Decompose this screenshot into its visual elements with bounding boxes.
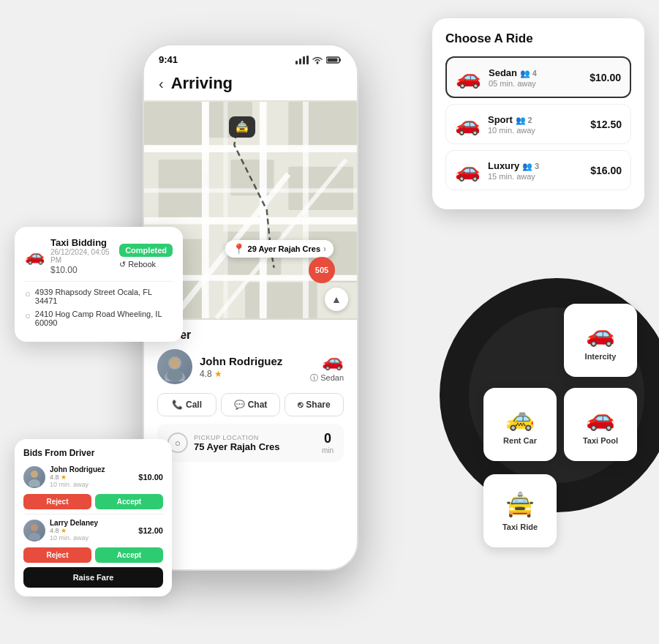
svg-rect-28 bbox=[303, 102, 309, 318]
car-type: ⓘ Sedan bbox=[310, 372, 344, 383]
service-row-2: 🚕 Rent Car 🚗 Taxi Pool bbox=[483, 388, 637, 461]
svg-point-33 bbox=[167, 370, 183, 381]
raise-fare-button[interactable]: Raise Fare bbox=[23, 567, 163, 588]
svg-rect-0 bbox=[295, 61, 298, 64]
accept-button-2[interactable]: Accept bbox=[95, 547, 163, 563]
time-display: 9:41 bbox=[159, 54, 178, 65]
rebook-icon: ↺ bbox=[119, 260, 126, 269]
bids-title: Bids From Driver bbox=[23, 448, 163, 458]
rent-car-card[interactable]: 🚕 Rent Car bbox=[483, 388, 557, 461]
taxi-pool-icon: 🚗 bbox=[586, 404, 615, 432]
driver-avatar bbox=[157, 349, 192, 384]
pickup-info: PICKUP LOCATION 75 Ayer Rajah Cres bbox=[194, 434, 280, 452]
driver-section-title: Driver bbox=[157, 329, 344, 342]
bid-row-1: John Rodriguez 4.8 ★ 10 min. away $10.00 bbox=[23, 465, 163, 488]
pickup-section: ○ PICKUP LOCATION 75 Ayer Rajah Cres 0 m… bbox=[157, 424, 344, 462]
taxi-bidding-price: $10.00 bbox=[50, 265, 119, 275]
svg-rect-22 bbox=[144, 145, 357, 152]
svg-rect-7 bbox=[328, 58, 338, 61]
ride-option-sedan[interactable]: 🚗 Sedan 👥 4 05 min. away $10.00 bbox=[445, 56, 631, 98]
share-icon: ⎋ bbox=[298, 400, 303, 410]
bid-driver-rating-2: 4.8 ★ bbox=[50, 527, 98, 534]
svg-point-4 bbox=[317, 61, 319, 64]
sport-name: Sport 👥 2 bbox=[488, 114, 535, 125]
bid-driver-away-1: 10 min. away bbox=[50, 481, 105, 488]
luxury-car-icon: 🚗 bbox=[455, 158, 481, 182]
completed-badge: Completed bbox=[119, 244, 173, 257]
bid-driver-name-1: John Rodriguez bbox=[50, 465, 105, 473]
bid-avatar-1 bbox=[23, 466, 45, 488]
taxi-bidding-title: Taxi Bidding bbox=[50, 237, 119, 248]
svg-point-34 bbox=[31, 471, 38, 478]
taxi-ride-label: Taxi Ride bbox=[502, 523, 538, 531]
rebook-button[interactable]: ↺ Rebook bbox=[119, 260, 173, 269]
taxi-ride-card-container: 🚖 Taxi Ride bbox=[483, 474, 557, 547]
sport-eta: 10 min. away bbox=[488, 126, 535, 135]
svg-point-32 bbox=[170, 358, 180, 368]
svg-rect-3 bbox=[306, 56, 309, 64]
taxi-ride-card[interactable]: 🚖 Taxi Ride bbox=[483, 474, 557, 547]
bid-details-1: John Rodriguez 4.8 ★ 10 min. away bbox=[50, 465, 105, 488]
destination-address: 29 Ayer Rajah Cres bbox=[248, 244, 320, 253]
destination-pin[interactable]: 📍 29 Ayer Rajah Cres › bbox=[225, 240, 334, 258]
choose-ride-panel: Choose A Ride 🚗 Sedan 👥 4 05 min. away $… bbox=[432, 18, 644, 209]
taxi-bidding-car-icon: 🚗 bbox=[25, 247, 45, 266]
svg-rect-20 bbox=[202, 102, 209, 318]
accept-button-1[interactable]: Accept bbox=[95, 494, 163, 509]
taxi-bidding-header: 🚗 Taxi Bidding 26/12/2024, 04:05 PM $10.… bbox=[25, 237, 173, 275]
sedan-name: Sedan 👥 4 bbox=[489, 67, 537, 78]
wifi-icon bbox=[312, 56, 323, 64]
svg-point-36 bbox=[31, 524, 38, 531]
bid-driver-name-2: Larry Delaney bbox=[50, 519, 98, 527]
from-address-text: 4939 Rhapsody Street Ocala, FL 34471 bbox=[35, 288, 173, 305]
back-button[interactable]: ‹ bbox=[159, 75, 164, 92]
sport-info: Sport 👥 2 10 min. away bbox=[488, 114, 535, 135]
pickup-address: 75 Ayer Rajah Cres bbox=[194, 441, 280, 452]
svg-rect-11 bbox=[288, 102, 357, 152]
driver-car-icon: 🚗 bbox=[322, 351, 344, 371]
luxury-price: $16.00 bbox=[590, 165, 622, 176]
car-type-label: Sedan bbox=[320, 373, 344, 382]
intercity-card[interactable]: 🚗 Intercity bbox=[564, 304, 637, 377]
reject-button-2[interactable]: Reject bbox=[23, 547, 91, 563]
chat-icon: 💬 bbox=[234, 400, 245, 410]
sedan-car-icon: 🚗 bbox=[456, 65, 481, 89]
star-icon: ★ bbox=[214, 369, 222, 379]
phone-header: ‹ Arriving bbox=[144, 68, 357, 100]
status-bar: 9:41 bbox=[144, 45, 357, 68]
taxi-pool-card[interactable]: 🚗 Taxi Pool bbox=[564, 388, 637, 461]
chat-button[interactable]: 💬 Chat bbox=[221, 393, 280, 416]
bid-row-2: Larry Delaney 4.8 ★ 10 min. away $12.00 bbox=[23, 519, 163, 542]
bid-avatar-2 bbox=[23, 520, 45, 542]
bid-driver-info-1: John Rodriguez 4.8 ★ 10 min. away bbox=[23, 465, 105, 488]
bid-actions-1: Reject Accept bbox=[23, 494, 163, 509]
sport-price: $12.50 bbox=[590, 119, 622, 130]
driver-right: 🚗 ⓘ Sedan bbox=[310, 351, 344, 383]
rent-car-icon: 🚕 bbox=[505, 404, 535, 432]
to-address-icon: ○ bbox=[25, 310, 31, 321]
sedan-info: Sedan 👥 4 05 min. away bbox=[489, 67, 537, 88]
status-icons bbox=[295, 56, 342, 64]
taxi-bidding-info: Taxi Bidding 26/12/2024, 04:05 PM $10.00 bbox=[50, 237, 119, 275]
action-buttons: 📞 Call 💬 Chat ⎋ Share bbox=[157, 393, 344, 416]
ride-option-luxury[interactable]: 🚗 Luxury 👥 3 15 min. away $16.00 bbox=[445, 150, 631, 190]
sport-car-icon: 🚗 bbox=[455, 112, 481, 136]
intercity-card-container: 🚗 Intercity bbox=[564, 304, 637, 377]
svg-point-35 bbox=[29, 479, 40, 487]
bidding-divider bbox=[25, 281, 173, 282]
svg-rect-9 bbox=[144, 102, 202, 145]
ride-option-sedan-left: 🚗 Sedan 👥 4 05 min. away bbox=[456, 65, 537, 89]
rating-value: 4.8 bbox=[200, 369, 212, 379]
svg-rect-27 bbox=[144, 188, 357, 192]
navigation-button[interactable]: ▲ bbox=[325, 288, 348, 311]
driver-rating: 4.8 ★ bbox=[200, 369, 282, 379]
pickup-minutes: 0 bbox=[322, 431, 334, 446]
arrow-right-icon: › bbox=[323, 244, 326, 254]
driver-left: John Rodriguez 4.8 ★ bbox=[157, 349, 282, 384]
share-button[interactable]: ⎋ Share bbox=[285, 393, 344, 416]
bid-driver-away-2: 10 min. away bbox=[50, 534, 98, 542]
pin-icon: 📍 bbox=[233, 243, 245, 255]
call-button[interactable]: 📞 Call bbox=[157, 393, 216, 416]
reject-button-1[interactable]: Reject bbox=[23, 494, 91, 509]
ride-option-sport[interactable]: 🚗 Sport 👥 2 10 min. away $12.50 bbox=[445, 104, 631, 144]
